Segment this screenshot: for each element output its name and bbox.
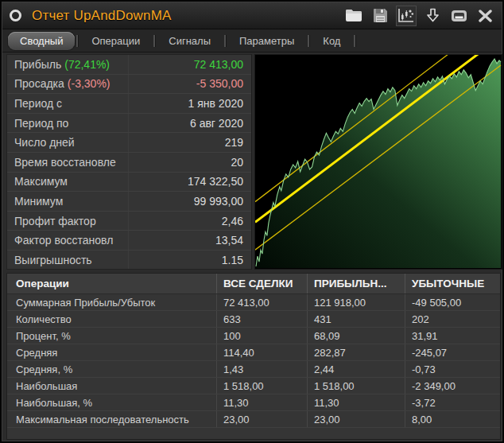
stat-label: Минимум	[7, 195, 128, 208]
floppy-icon	[373, 8, 388, 23]
stat-row: Максимум174 322,50	[7, 173, 251, 192]
table-row: Максимальная последовательность23,0023,0…	[7, 411, 500, 428]
chart-view-button[interactable]	[396, 6, 417, 26]
table-cell: Средняя	[7, 344, 216, 360]
stat-percent: (-3,30%)	[68, 77, 110, 90]
titlebar: Отчет UpAndDownMA	[2, 2, 502, 29]
report-window: Отчет UpAndDownMA	[0, 0, 504, 443]
tab-separator	[354, 35, 355, 47]
table-cell: 23,00	[307, 411, 405, 427]
tab-4[interactable]: Параметры	[227, 32, 306, 50]
tab-bar: СводныйОперацииСигналыПараметрыКод	[2, 29, 502, 52]
table-row: Суммарная Прибыль/Убыток72 413,00121 918…	[7, 294, 500, 311]
titlebar-buttons	[343, 6, 502, 26]
tab-1[interactable]: Сводный	[8, 32, 75, 50]
tab-5[interactable]: Код	[311, 32, 352, 50]
table-cell: 1,43	[216, 361, 307, 377]
table-cell: 23,00	[216, 411, 307, 427]
window-title: Отчет UpAndDownMA	[32, 8, 172, 24]
stat-label: Прибыль(72,41%)	[7, 58, 128, 71]
stat-value: 1.15	[128, 251, 251, 270]
stat-label: Просадка(-3,30%)	[7, 77, 128, 90]
candlestick-chart-icon	[397, 8, 415, 24]
column-header: Операции	[7, 274, 216, 293]
stat-percent: (72,41%)	[64, 58, 110, 71]
minimize-button[interactable]	[448, 6, 469, 26]
close-icon	[479, 10, 492, 22]
table-cell: 282,87	[307, 344, 405, 360]
table-cell: Наибольшая, %	[7, 394, 216, 410]
stat-value: 20	[128, 153, 251, 172]
table-cell: Суммарная Прибыль/Убыток	[7, 294, 216, 310]
app-circle-icon	[10, 10, 21, 21]
stat-label: Профит фактор	[7, 215, 128, 227]
stat-row: Прибыль(72,41%)72 413,00	[7, 55, 251, 75]
stat-label: Максимум	[7, 175, 128, 188]
table-cell: Процент, %	[7, 328, 216, 344]
table-cell: -3,72	[405, 394, 500, 410]
stat-row: Выигрышность1.15	[7, 251, 251, 270]
save-button[interactable]	[370, 6, 390, 26]
tab-2[interactable]: Операции	[79, 32, 152, 50]
summary-stats-panel: Прибыль(72,41%)72 413,00Просадка(-3,30%)…	[6, 54, 252, 270]
stat-label: Период с	[7, 97, 128, 110]
folder-icon	[345, 9, 362, 22]
table-cell: 11,30	[307, 394, 405, 410]
equity-chart-panel	[254, 54, 502, 270]
table-cell: 633	[216, 311, 307, 327]
table-row: Средняя, %1,432,44-0,73	[7, 361, 500, 378]
table-cell: 2,44	[307, 361, 405, 377]
table-cell: 8,00	[405, 411, 500, 427]
stat-value: 99 993,00	[128, 192, 251, 211]
tab-3[interactable]: Сигналы	[157, 32, 223, 50]
stat-row: Время восстановле20	[7, 153, 251, 173]
column-header: УБЫТОЧНЫЕ	[405, 274, 500, 293]
stat-row: Период по6 авг 2020	[7, 114, 251, 134]
tab-separator	[76, 35, 78, 47]
stat-row: Профит фактор2,46	[7, 212, 251, 231]
stat-label: Период по	[7, 117, 128, 130]
table-cell: -0,73	[405, 361, 500, 377]
table-cell: 31,91	[405, 328, 500, 344]
table-row: Средняя114,40282,87-245,07	[7, 344, 500, 361]
stat-value: 219	[128, 133, 251, 152]
stat-row: Число дней219	[7, 133, 251, 153]
table-cell: Наибольшая	[7, 378, 216, 394]
table-cell: 121 918,00	[307, 294, 405, 310]
stat-row: Минимум99 993,00	[7, 192, 251, 212]
column-header: ВСЕ СДЕЛКИ	[216, 274, 307, 293]
equity-chart-canvas	[255, 55, 502, 269]
table-cell: 68,09	[307, 328, 405, 344]
open-folder-button[interactable]	[343, 6, 364, 26]
tab-separator	[308, 35, 309, 47]
stat-label: Время восстановле	[7, 156, 128, 169]
tab-separator	[224, 35, 226, 47]
down-arrow-icon	[426, 8, 440, 23]
table-cell: Средняя, %	[7, 361, 216, 377]
stat-value: -5 350,00	[128, 75, 251, 94]
stat-value: 6 авг 2020	[128, 114, 251, 133]
operations-table-header: ОперацииВСЕ СДЕЛКИПРИБЫЛЬН...УБЫТОЧНЫЕ	[7, 274, 500, 294]
stat-row: Просадка(-3,30%)-5 350,00	[7, 75, 251, 95]
table-cell: Количество	[7, 311, 216, 327]
table-row: Наибольшая1 518,001 518,00-2 349,00	[7, 378, 500, 394]
stat-row: Фактор восстановл13,54	[7, 231, 251, 251]
table-cell: 72 413,00	[216, 294, 307, 310]
table-cell: 431	[307, 311, 405, 327]
table-row: Наибольшая, %11,3011,30-3,72	[7, 394, 500, 411]
close-button[interactable]	[475, 6, 495, 26]
stat-value: 13,54	[128, 231, 251, 250]
stat-label: Фактор восстановл	[7, 234, 128, 247]
table-cell: Максимальная последовательность	[7, 411, 216, 427]
equity-area-fill	[256, 59, 501, 268]
stat-value: 72 413,00	[128, 55, 251, 74]
table-cell: -245,07	[405, 344, 500, 360]
download-button[interactable]	[422, 6, 443, 26]
table-cell: 1 518,00	[307, 378, 405, 394]
operations-table: ОперацииВСЕ СДЕЛКИПРИБЫЛЬН...УБЫТОЧНЫЕ С…	[6, 273, 501, 440]
table-row: Процент, %10068,0931,91	[7, 328, 500, 344]
stat-label: Число дней	[7, 136, 128, 149]
table-cell: 202	[405, 311, 500, 327]
table-cell: 114,40	[216, 344, 307, 360]
stat-value: 174 322,50	[128, 173, 251, 192]
